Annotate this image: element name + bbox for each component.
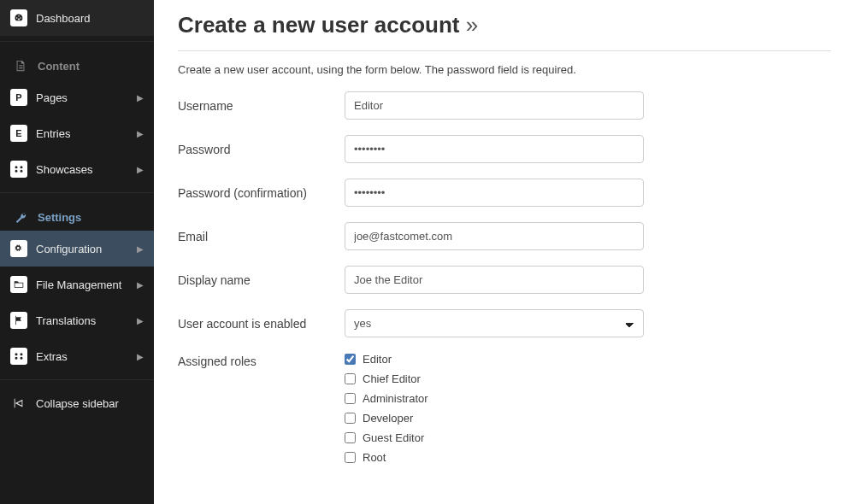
sidebar-heading-content: Content xyxy=(0,47,154,79)
sidebar-label: Entries xyxy=(36,127,137,140)
field-label: Display name xyxy=(178,273,345,287)
extras-icon xyxy=(10,348,27,365)
app-root: Dashboard Content P Pages ▶ E Entries ▶ … xyxy=(0,0,855,504)
chevron-right-icon: ▶ xyxy=(137,280,144,290)
sidebar-label: Extras xyxy=(36,350,137,363)
chevron-right-icon: ▶ xyxy=(137,165,144,174)
field-label: Password xyxy=(178,143,345,156)
sidebar-label: Translations xyxy=(36,314,137,327)
role-checkbox[interactable] xyxy=(345,393,356,404)
sidebar-item-entries[interactable]: E Entries ▶ xyxy=(0,115,154,151)
page-title: Create a new user account » xyxy=(178,12,831,38)
role-label: Guest Editor xyxy=(363,431,424,444)
role-checkbox[interactable] xyxy=(345,452,356,463)
sidebar-label: Collapse sidebar xyxy=(36,397,144,410)
divider xyxy=(178,50,831,51)
chevron-right-icon: ▶ xyxy=(137,316,144,325)
collapse-icon xyxy=(10,395,27,412)
role-checkbox[interactable] xyxy=(345,373,356,384)
field-label: Email xyxy=(178,230,345,243)
divider xyxy=(0,41,154,42)
pages-icon: P xyxy=(10,89,27,106)
enabled-select[interactable]: yes xyxy=(345,309,644,337)
form-row-password-confirm: Password (confirmation) xyxy=(178,179,831,207)
main-content: Create a new user account » Create a new… xyxy=(154,0,855,504)
form-row-enabled: User account is enabled yes xyxy=(178,309,831,337)
role-item[interactable]: Administrator xyxy=(345,392,428,405)
sidebar-item-dashboard[interactable]: Dashboard xyxy=(0,0,154,36)
divider xyxy=(0,379,154,380)
intro-text: Create a new user account, using the for… xyxy=(178,63,831,76)
field-label: Assigned roles xyxy=(178,353,345,368)
sidebar-heading-settings: Settings xyxy=(0,198,154,231)
sidebar-item-collapse[interactable]: Collapse sidebar xyxy=(0,385,154,421)
flag-icon xyxy=(10,312,27,329)
sidebar-item-file-management[interactable]: File Management ▶ xyxy=(0,267,154,302)
sidebar-label: Dashboard xyxy=(36,12,144,25)
sidebar-item-configuration[interactable]: Configuration ▶ xyxy=(0,231,154,267)
showcases-icon xyxy=(10,161,27,178)
role-item[interactable]: Chief Editor xyxy=(345,372,428,385)
sidebar: Dashboard Content P Pages ▶ E Entries ▶ … xyxy=(0,0,154,504)
sidebar-item-translations[interactable]: Translations ▶ xyxy=(0,302,154,338)
email-input[interactable] xyxy=(345,222,644,250)
field-label: User account is enabled xyxy=(178,317,345,331)
username-input[interactable] xyxy=(345,91,644,120)
field-label: Password (confirmation) xyxy=(178,186,345,200)
chevron-right-icon: » xyxy=(466,12,478,38)
chevron-right-icon: ▶ xyxy=(137,352,144,361)
password-confirm-input[interactable] xyxy=(345,179,644,207)
role-label: Administrator xyxy=(363,392,428,405)
chevron-right-icon: ▶ xyxy=(137,129,144,138)
gears-icon xyxy=(10,240,27,257)
form-row-password: Password xyxy=(178,135,831,163)
roles-list: EditorChief EditorAdministratorDeveloper… xyxy=(345,353,428,464)
sidebar-item-showcases[interactable]: Showcases ▶ xyxy=(0,151,154,187)
sidebar-label: Configuration xyxy=(36,243,137,255)
wrench-icon xyxy=(12,208,29,226)
sidebar-label: Pages xyxy=(36,91,137,104)
sidebar-label: File Management xyxy=(36,278,137,291)
role-checkbox[interactable] xyxy=(345,413,356,424)
role-item[interactable]: Root xyxy=(345,451,428,464)
chevron-right-icon: ▶ xyxy=(137,244,144,254)
form-row-email: Email xyxy=(178,222,831,250)
password-input[interactable] xyxy=(345,135,644,163)
sidebar-label: Showcases xyxy=(36,163,137,176)
role-label: Editor xyxy=(363,353,392,366)
folder-icon xyxy=(10,276,27,293)
form-row-username: Username xyxy=(178,91,831,120)
document-icon xyxy=(12,57,29,74)
form-row-displayname: Display name xyxy=(178,266,831,294)
form-row-roles: Assigned roles EditorChief EditorAdminis… xyxy=(178,353,831,464)
field-label: Username xyxy=(178,99,345,113)
role-label: Developer xyxy=(363,412,413,425)
role-label: Chief Editor xyxy=(363,372,421,385)
role-label: Root xyxy=(363,451,386,464)
entries-icon: E xyxy=(10,125,27,142)
role-item[interactable]: Developer xyxy=(345,412,428,425)
dashboard-icon xyxy=(10,9,27,26)
sidebar-item-extras[interactable]: Extras ▶ xyxy=(0,338,154,374)
role-item[interactable]: Guest Editor xyxy=(345,431,428,444)
role-item[interactable]: Editor xyxy=(345,353,428,366)
sidebar-item-pages[interactable]: P Pages ▶ xyxy=(0,79,154,115)
divider xyxy=(0,192,154,193)
role-checkbox[interactable] xyxy=(345,432,356,443)
chevron-right-icon: ▶ xyxy=(137,93,144,103)
role-checkbox[interactable] xyxy=(345,354,356,365)
displayname-input[interactable] xyxy=(345,266,644,294)
